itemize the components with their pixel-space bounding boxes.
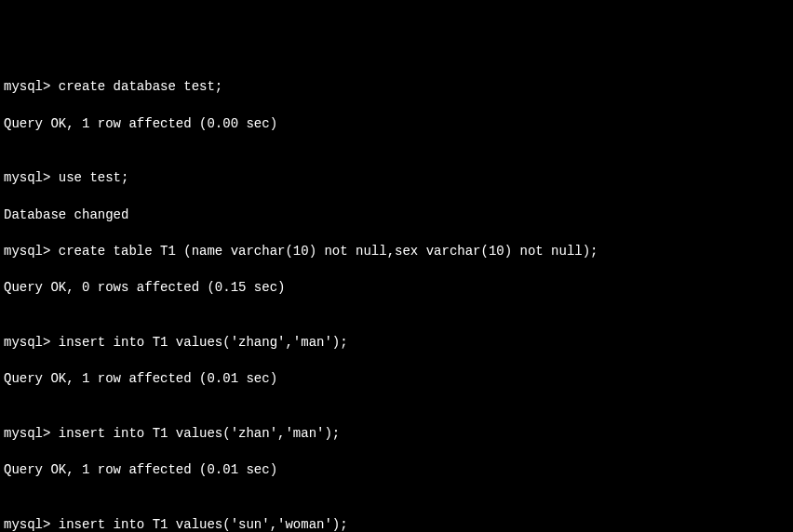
terminal-line: Query OK, 0 rows affected (0.15 sec) [4, 279, 789, 298]
terminal-line: mysql> insert into T1 values('sun','woma… [4, 516, 789, 532]
terminal-line: Query OK, 1 row affected (0.00 sec) [4, 115, 789, 134]
terminal-line: mysql> create table T1 (name varchar(10)… [4, 243, 789, 261]
terminal-line: Query OK, 1 row affected (0.01 sec) [4, 461, 789, 480]
terminal-line: Database changed [4, 206, 789, 225]
terminal-line: mysql> create database test; [4, 78, 789, 97]
terminal-line: mysql> insert into T1 values('zhan','man… [4, 425, 789, 444]
terminal-line: Query OK, 1 row affected (0.01 sec) [4, 370, 789, 389]
terminal-line: mysql> insert into T1 values('zhang','ma… [4, 334, 789, 352]
terminal-line: mysql> use test; [4, 169, 789, 188]
